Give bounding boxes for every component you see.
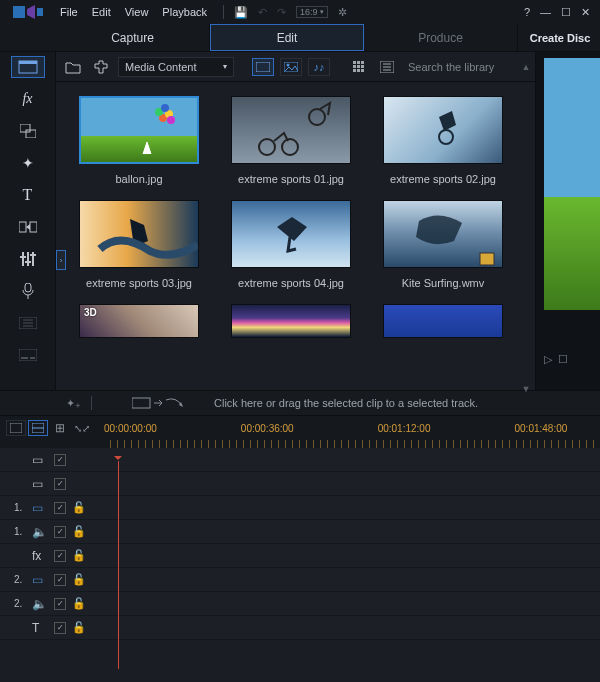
media-filter-dropdown[interactable]: Media Content▾ [118,57,234,77]
media-item-label: extreme sports 03.jpg [86,268,192,298]
svg-rect-48 [132,398,150,408]
track-lock-icon[interactable]: 🔓 [72,621,86,634]
tab-create-disc[interactable]: Create Disc [520,24,600,51]
tab-capture[interactable]: Capture [56,24,210,51]
media-item[interactable]: extreme sports 02.jpg [380,96,506,194]
expand-sidebar-button[interactable]: › [56,250,66,270]
redo-icon[interactable]: ↷ [277,6,286,19]
minimize-icon[interactable]: — [540,6,551,18]
room-voiceover[interactable] [11,280,45,302]
svg-rect-12 [30,254,36,256]
track-visible-checkbox[interactable]: ✓ [54,526,66,538]
library-menu-icon[interactable] [376,57,398,77]
filter-video-icon[interactable] [252,58,274,76]
track-type-icon: ▭ [32,453,48,467]
media-item[interactable]: extreme sports 01.jpg [228,96,354,194]
media-item[interactable]: 3D [76,304,202,338]
media-item[interactable]: Kite Surfing.wmv [380,200,506,298]
media-item[interactable]: extreme sports 04.jpg [228,200,354,298]
timeline-track[interactable]: 1.▭✓🔓 [0,496,600,520]
track-visible-checkbox[interactable]: ✓ [54,574,66,586]
room-audio-mixer[interactable] [11,248,45,270]
timeline-snap-btn[interactable]: ⤡⤢ [72,420,92,436]
timeline-view-btn-1[interactable] [6,420,26,436]
timeline-track[interactable]: T✓🔓 [0,616,600,640]
track-visible-checkbox[interactable]: ✓ [54,478,66,490]
track-visible-checkbox[interactable]: ✓ [54,454,66,466]
svg-rect-8 [27,252,29,266]
menu-view[interactable]: View [125,6,149,18]
svg-rect-19 [19,349,37,361]
track-type-icon: ▭ [32,573,48,587]
tab-produce[interactable]: Produce [364,24,518,51]
menu-file[interactable]: File [60,6,78,18]
room-fx[interactable]: fx [11,88,45,110]
aspect-ratio-dropdown[interactable]: 16:9▾ [296,6,328,18]
track-lock-icon[interactable]: 🔓 [72,501,86,514]
track-visible-checkbox[interactable]: ✓ [54,502,66,514]
svg-rect-28 [353,65,356,68]
track-lock-icon[interactable]: 🔓 [72,549,86,562]
stop-button[interactable]: ☐ [558,353,568,366]
maximize-icon[interactable]: ☐ [561,6,571,19]
track-type-icon: 🔈 [32,525,48,539]
room-particle[interactable]: ✦ [11,152,45,174]
track-lock-icon[interactable]: 🔓 [72,597,86,610]
timeline-track[interactable]: 1.🔈✓🔓 [0,520,600,544]
svg-rect-20 [21,357,28,359]
svg-rect-27 [361,61,364,64]
timeline-track[interactable]: 2.▭✓🔓 [0,568,600,592]
import-icon[interactable] [62,57,84,77]
track-visible-checkbox[interactable]: ✓ [54,622,66,634]
svg-rect-31 [353,69,356,72]
svg-rect-22 [256,62,270,72]
magic-tools-icon[interactable]: ✦₊ [66,397,81,410]
timeline-ruler[interactable]: 00:00:00:00 00:00:36:00 00:01:12:00 00:0… [92,423,600,434]
save-icon[interactable]: 💾 [234,6,248,19]
track-lock-icon[interactable]: 🔓 [72,525,86,538]
room-chapter[interactable] [11,312,45,334]
library-scrollbar[interactable]: ▲▼ [520,62,532,394]
menu-playback[interactable]: Playback [162,6,207,18]
svg-rect-21 [30,357,35,359]
timeline-track[interactable]: ▭✓ [0,448,600,472]
track-visible-checkbox[interactable]: ✓ [54,598,66,610]
plugin-icon[interactable] [90,57,112,77]
menu-edit[interactable]: Edit [92,6,111,18]
timecode-mark: 00:00:36:00 [241,423,294,434]
view-grid-icon[interactable] [348,57,370,77]
svg-rect-4 [26,130,36,138]
clip-tool-icon[interactable] [132,396,186,410]
close-icon[interactable]: ✕ [581,6,590,19]
room-subtitle[interactable] [11,344,45,366]
timeline-track[interactable]: fx✓🔓 [0,544,600,568]
room-transition[interactable] [11,216,45,238]
room-media[interactable] [11,56,45,78]
track-number: 1. [14,502,26,513]
media-item[interactable] [228,304,354,338]
timeline-track[interactable]: ▭✓ [0,472,600,496]
playhead[interactable] [118,461,119,669]
media-item[interactable]: extreme sports 03.jpg [76,200,202,298]
filter-image-icon[interactable] [280,58,302,76]
media-item[interactable] [380,304,506,338]
settings-icon[interactable]: ✲ [338,6,347,19]
filter-audio-icon[interactable]: ♪♪ [308,58,330,76]
svg-rect-30 [361,65,364,68]
track-visible-checkbox[interactable]: ✓ [54,550,66,562]
search-input[interactable]: Search the library [408,61,494,73]
timeline-track[interactable]: 2.🔈✓🔓 [0,592,600,616]
play-button[interactable]: ▷ [544,353,552,366]
help-icon[interactable]: ? [524,6,530,18]
app-logo [6,0,50,24]
room-title[interactable]: T [11,184,45,206]
media-item[interactable]: ballon.jpg [76,96,202,194]
undo-icon[interactable]: ↶ [258,6,267,19]
timeline-view-btn-3[interactable]: ⊞ [50,420,70,436]
track-lock-icon[interactable]: 🔓 [72,573,86,586]
svg-rect-29 [357,65,360,68]
tab-edit[interactable]: Edit [210,24,364,51]
room-pip[interactable] [11,120,45,142]
track-type-icon: 🔈 [32,597,48,611]
timeline-view-btn-2[interactable] [28,420,48,436]
